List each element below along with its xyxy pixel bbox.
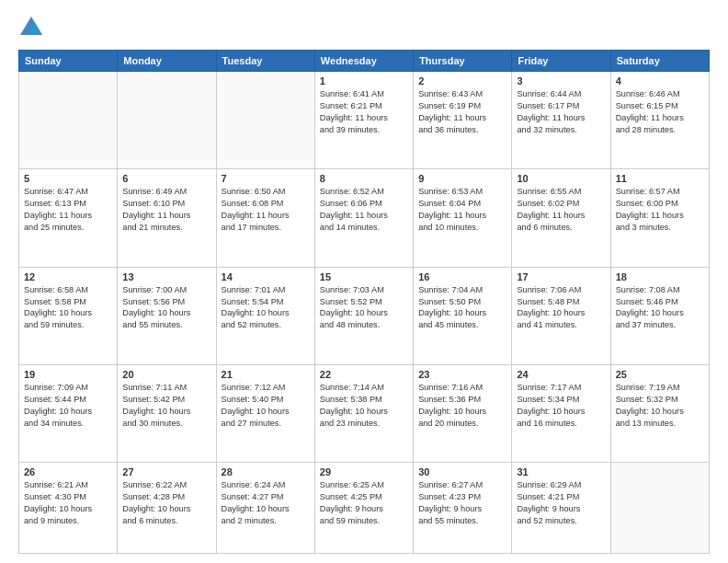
day-info: Sunrise: 6:46 AMSunset: 6:15 PMDaylight:…	[616, 88, 704, 136]
calendar-cell: 25Sunrise: 7:19 AMSunset: 5:32 PMDayligh…	[610, 365, 709, 463]
day-info: Sunrise: 6:21 AMSunset: 4:30 PMDaylight:…	[24, 479, 112, 527]
calendar-cell	[118, 72, 216, 169]
day-info: Sunrise: 6:29 AMSunset: 4:21 PMDaylight:…	[517, 479, 605, 527]
calendar-cell: 22Sunrise: 7:14 AMSunset: 5:38 PMDayligh…	[314, 365, 413, 463]
calendar-cell: 27Sunrise: 6:22 AMSunset: 4:28 PMDayligh…	[118, 463, 216, 554]
day-number: 29	[320, 466, 408, 477]
day-info: Sunrise: 7:09 AMSunset: 5:44 PMDaylight:…	[24, 382, 112, 430]
day-number: 19	[24, 369, 112, 380]
calendar-cell: 7Sunrise: 6:50 AMSunset: 6:08 PMDaylight…	[216, 169, 314, 267]
day-number: 26	[24, 466, 112, 477]
calendar-cell: 14Sunrise: 7:01 AMSunset: 5:54 PMDayligh…	[216, 267, 314, 364]
calendar-cell: 10Sunrise: 6:55 AMSunset: 6:02 PMDayligh…	[512, 169, 610, 267]
day-number: 24	[517, 369, 605, 380]
day-info: Sunrise: 6:53 AMSunset: 6:04 PMDaylight:…	[418, 186, 506, 234]
calendar-cell: 18Sunrise: 7:08 AMSunset: 5:46 PMDayligh…	[610, 267, 709, 364]
day-info: Sunrise: 7:03 AMSunset: 5:52 PMDaylight:…	[320, 284, 408, 332]
day-info: Sunrise: 6:43 AMSunset: 6:19 PMDaylight:…	[418, 88, 506, 136]
day-number: 22	[320, 369, 408, 380]
day-number: 23	[418, 369, 506, 380]
day-info: Sunrise: 6:57 AMSunset: 6:00 PMDaylight:…	[616, 186, 704, 234]
calendar-cell: 9Sunrise: 6:53 AMSunset: 6:04 PMDaylight…	[414, 169, 512, 267]
page: SundayMondayTuesdayWednesdayThursdayFrid…	[0, 0, 728, 563]
calendar-cell: 20Sunrise: 7:11 AMSunset: 5:42 PMDayligh…	[118, 365, 216, 463]
calendar-week-row: 1Sunrise: 6:41 AMSunset: 6:21 PMDaylight…	[19, 72, 710, 169]
day-number: 6	[122, 173, 210, 184]
weekday-header: Tuesday	[216, 51, 314, 72]
day-number: 9	[418, 173, 506, 184]
calendar-cell: 17Sunrise: 7:06 AMSunset: 5:48 PMDayligh…	[512, 267, 610, 364]
calendar-cell: 3Sunrise: 6:44 AMSunset: 6:17 PMDaylight…	[512, 72, 610, 169]
calendar-week-row: 19Sunrise: 7:09 AMSunset: 5:44 PMDayligh…	[19, 365, 710, 463]
day-number: 7	[222, 173, 310, 184]
calendar-week-row: 5Sunrise: 6:47 AMSunset: 6:13 PMDaylight…	[19, 169, 710, 267]
day-info: Sunrise: 7:00 AMSunset: 5:56 PMDaylight:…	[122, 284, 210, 332]
day-number: 14	[222, 271, 310, 282]
calendar-cell: 19Sunrise: 7:09 AMSunset: 5:44 PMDayligh…	[19, 365, 118, 463]
weekday-header-row: SundayMondayTuesdayWednesdayThursdayFrid…	[19, 51, 710, 72]
day-number: 27	[122, 466, 210, 477]
day-number: 30	[418, 466, 506, 477]
calendar-cell: 30Sunrise: 6:27 AMSunset: 4:23 PMDayligh…	[414, 463, 512, 554]
weekday-header: Monday	[118, 51, 216, 72]
weekday-header: Wednesday	[314, 51, 413, 72]
calendar-cell: 24Sunrise: 7:17 AMSunset: 5:34 PMDayligh…	[512, 365, 610, 463]
logo-icon	[18, 15, 44, 40]
calendar-cell	[19, 72, 118, 169]
day-info: Sunrise: 6:58 AMSunset: 5:58 PMDaylight:…	[24, 284, 112, 332]
calendar-cell: 23Sunrise: 7:16 AMSunset: 5:36 PMDayligh…	[414, 365, 512, 463]
day-number: 13	[122, 271, 210, 282]
day-info: Sunrise: 7:16 AMSunset: 5:36 PMDaylight:…	[418, 382, 506, 430]
day-info: Sunrise: 6:50 AMSunset: 6:08 PMDaylight:…	[222, 186, 310, 234]
day-info: Sunrise: 6:22 AMSunset: 4:28 PMDaylight:…	[122, 479, 210, 527]
day-number: 4	[616, 75, 704, 86]
calendar-cell: 15Sunrise: 7:03 AMSunset: 5:52 PMDayligh…	[314, 267, 413, 364]
day-number: 8	[320, 173, 408, 184]
calendar-week-row: 26Sunrise: 6:21 AMSunset: 4:30 PMDayligh…	[19, 463, 710, 554]
day-info: Sunrise: 6:27 AMSunset: 4:23 PMDaylight:…	[418, 479, 506, 527]
day-number: 16	[418, 271, 506, 282]
calendar-cell: 4Sunrise: 6:46 AMSunset: 6:15 PMDaylight…	[610, 72, 709, 169]
calendar-cell: 11Sunrise: 6:57 AMSunset: 6:00 PMDayligh…	[610, 169, 709, 267]
day-info: Sunrise: 6:44 AMSunset: 6:17 PMDaylight:…	[517, 88, 605, 136]
day-number: 17	[517, 271, 605, 282]
calendar-week-row: 12Sunrise: 6:58 AMSunset: 5:58 PMDayligh…	[19, 267, 710, 364]
day-number: 11	[616, 173, 704, 184]
day-info: Sunrise: 6:25 AMSunset: 4:25 PMDaylight:…	[320, 479, 408, 527]
calendar-cell: 28Sunrise: 6:24 AMSunset: 4:27 PMDayligh…	[216, 463, 314, 554]
day-info: Sunrise: 7:01 AMSunset: 5:54 PMDaylight:…	[222, 284, 310, 332]
calendar-cell	[610, 463, 709, 554]
day-info: Sunrise: 7:19 AMSunset: 5:32 PMDaylight:…	[616, 382, 704, 430]
weekday-header: Friday	[512, 51, 610, 72]
day-info: Sunrise: 6:55 AMSunset: 6:02 PMDaylight:…	[517, 186, 605, 234]
day-info: Sunrise: 7:11 AMSunset: 5:42 PMDaylight:…	[122, 382, 210, 430]
weekday-header: Sunday	[19, 51, 118, 72]
day-info: Sunrise: 7:08 AMSunset: 5:46 PMDaylight:…	[616, 284, 704, 332]
day-number: 18	[616, 271, 704, 282]
day-info: Sunrise: 7:06 AMSunset: 5:48 PMDaylight:…	[517, 284, 605, 332]
calendar-cell: 31Sunrise: 6:29 AMSunset: 4:21 PMDayligh…	[512, 463, 610, 554]
calendar: SundayMondayTuesdayWednesdayThursdayFrid…	[18, 50, 710, 554]
header	[18, 15, 710, 40]
calendar-cell: 5Sunrise: 6:47 AMSunset: 6:13 PMDaylight…	[19, 169, 118, 267]
day-info: Sunrise: 7:14 AMSunset: 5:38 PMDaylight:…	[320, 382, 408, 430]
calendar-cell: 1Sunrise: 6:41 AMSunset: 6:21 PMDaylight…	[314, 72, 413, 169]
calendar-cell: 2Sunrise: 6:43 AMSunset: 6:19 PMDaylight…	[414, 72, 512, 169]
day-info: Sunrise: 6:24 AMSunset: 4:27 PMDaylight:…	[222, 479, 310, 527]
weekday-header: Saturday	[610, 51, 709, 72]
day-info: Sunrise: 7:17 AMSunset: 5:34 PMDaylight:…	[517, 382, 605, 430]
day-number: 3	[517, 75, 605, 86]
day-number: 2	[418, 75, 506, 86]
day-number: 21	[222, 369, 310, 380]
calendar-cell: 26Sunrise: 6:21 AMSunset: 4:30 PMDayligh…	[19, 463, 118, 554]
day-number: 10	[517, 173, 605, 184]
weekday-header: Thursday	[414, 51, 512, 72]
day-number: 1	[320, 75, 408, 86]
day-number: 28	[222, 466, 310, 477]
day-number: 15	[320, 271, 408, 282]
day-number: 20	[122, 369, 210, 380]
logo	[18, 15, 46, 40]
day-number: 25	[616, 369, 704, 380]
calendar-cell: 12Sunrise: 6:58 AMSunset: 5:58 PMDayligh…	[19, 267, 118, 364]
day-info: Sunrise: 6:47 AMSunset: 6:13 PMDaylight:…	[24, 186, 112, 234]
